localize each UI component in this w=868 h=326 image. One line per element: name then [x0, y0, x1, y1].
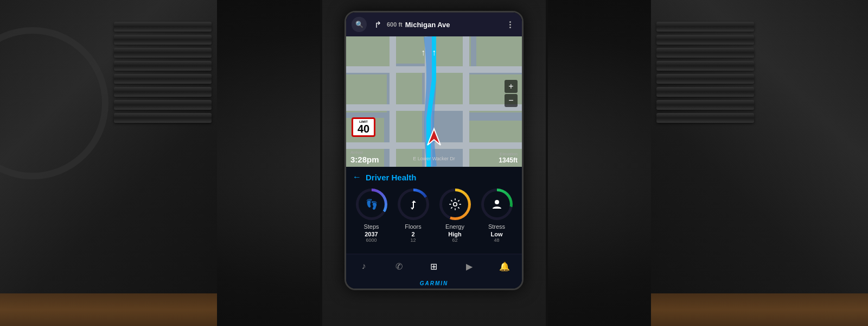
- stress-ring: [481, 189, 513, 220]
- svg-rect-4: [476, 36, 522, 69]
- nav-music-button[interactable]: ♪: [356, 259, 371, 274]
- floors-ring: [398, 189, 429, 220]
- nav-topbar: 🔍 ↱ 600 ft Michigan Ave: [346, 12, 522, 36]
- nav-street-name: Michigan Ave: [405, 21, 450, 29]
- play-icon: ▶: [466, 261, 473, 272]
- elevation-value: 1345ft: [499, 156, 518, 164]
- vent-slat: [114, 74, 212, 84]
- map-area[interactable]: ↑ ↑ LIMIT 40 + − Arrival 3:28pm: [346, 36, 522, 167]
- steering-wheel-hint: [0, 27, 108, 179]
- more-options-button[interactable]: [503, 18, 516, 31]
- wood-trim-left: [0, 293, 217, 326]
- zoom-controls: + −: [505, 80, 518, 107]
- vent-slat: [656, 87, 754, 97]
- arrival-time: 3:28pm: [350, 155, 379, 164]
- speed-limit-sign: LIMIT 40: [352, 117, 375, 137]
- energy-ring: [439, 189, 471, 220]
- dashboard-left: [0, 0, 217, 326]
- zoom-out-button[interactable]: −: [505, 94, 518, 107]
- svg-line-29: [451, 207, 452, 208]
- vent-slat: [656, 113, 754, 123]
- more-dot: [509, 24, 511, 26]
- vent-slat: [656, 48, 754, 58]
- steps-value: 2037: [365, 231, 378, 237]
- vent-slat: [114, 113, 212, 123]
- nav-direction: ↱ 600 ft Michigan Ave: [371, 18, 499, 31]
- wood-trim-right: [651, 293, 868, 326]
- turn-arrow-icon: ↱: [371, 18, 384, 31]
- driver-health-section: ← Driver Health 👣 Steps 2037 6000: [346, 167, 522, 254]
- vent-slat: [656, 61, 754, 71]
- elevation-info: Elevation 1345ft: [499, 152, 518, 164]
- vent-slat: [114, 61, 212, 71]
- brand-name: GARMIN: [420, 280, 449, 286]
- stress-level: Low: [491, 231, 503, 237]
- svg-point-22: [453, 203, 457, 206]
- search-icon: 🔍: [355, 21, 363, 28]
- phone-icon: ✆: [395, 261, 403, 272]
- nav-phone-button[interactable]: ✆: [391, 259, 406, 274]
- svg-rect-1: [346, 36, 390, 69]
- garmin-device: 🔍 ↱ 600 ft Michigan Ave: [344, 11, 524, 290]
- health-metrics: 👣 Steps 2037 6000 Floors: [353, 189, 515, 243]
- map-svg: ↑ ↑: [346, 36, 522, 167]
- svg-line-30: [458, 200, 459, 201]
- vent-slat: [656, 74, 754, 84]
- floors-value: 2: [411, 231, 414, 237]
- zoom-in-button[interactable]: +: [505, 80, 518, 93]
- dashboard-right: [651, 0, 868, 326]
- energy-label: Energy: [445, 223, 464, 230]
- nav-apps-button[interactable]: ⊞: [426, 259, 442, 274]
- steps-icon: 👣: [366, 198, 378, 210]
- steps-label: Steps: [363, 223, 379, 230]
- svg-rect-21: [413, 203, 414, 208]
- navigation-section: 🔍 ↱ 600 ft Michigan Ave: [346, 12, 522, 167]
- bottom-navigation: ♪ ✆ ⊞ ▶ 🔔: [346, 254, 522, 278]
- vent-group-right: [656, 22, 754, 126]
- current-street-name: E Lower Wacker Dr: [413, 156, 455, 161]
- steps-total: 6000: [366, 237, 376, 243]
- svg-point-31: [495, 200, 499, 204]
- metric-energy: Energy High 62: [436, 189, 474, 243]
- floors-total: 12: [410, 237, 416, 243]
- vent-slat: [114, 87, 212, 97]
- steps-ring: 👣: [356, 189, 387, 220]
- apps-icon: ⊞: [430, 261, 437, 272]
- speed-limit-value: 40: [354, 123, 373, 134]
- metric-steps: 👣 Steps 2037 6000: [353, 189, 390, 243]
- energy-level: High: [448, 231, 461, 237]
- svg-line-27: [451, 200, 452, 201]
- metric-floors: Floors 2 12: [394, 189, 432, 243]
- bell-icon: 🔔: [499, 261, 510, 272]
- nav-distance: 600 ft: [387, 21, 403, 28]
- vent-slat: [656, 22, 754, 32]
- svg-line-28: [458, 207, 459, 208]
- energy-score: 62: [452, 237, 457, 243]
- search-button[interactable]: 🔍: [352, 17, 367, 32]
- vent-slat: [114, 100, 212, 110]
- health-header: ← Driver Health: [353, 172, 515, 182]
- vent-slat: [114, 48, 212, 58]
- floors-label: Floors: [405, 223, 422, 230]
- garmin-logo: GARMIN: [346, 278, 522, 289]
- vent-slat: [114, 35, 212, 45]
- svg-text:↑: ↑: [421, 48, 425, 57]
- arrival-label: Arrival: [350, 150, 379, 155]
- nav-play-button[interactable]: ▶: [462, 259, 477, 274]
- vent-slat: [114, 22, 212, 32]
- elevation-label: Elevation: [499, 152, 518, 156]
- music-icon: ♪: [361, 261, 366, 271]
- nav-bell-button[interactable]: 🔔: [497, 259, 512, 274]
- vent-slat: [656, 100, 754, 110]
- more-dot: [509, 27, 511, 28]
- center-console: 🔍 ↱ 600 ft Michigan Ave: [320, 0, 548, 326]
- energy-icon: [448, 197, 462, 211]
- arrival-info: Arrival 3:28pm: [350, 150, 379, 164]
- vent-group-left: [114, 22, 212, 126]
- stress-score: 48: [494, 237, 499, 243]
- stress-icon: [490, 198, 503, 211]
- health-title: Driver Health: [366, 173, 416, 182]
- metric-stress: Stress Low 48: [478, 189, 515, 243]
- more-dot: [509, 21, 511, 23]
- back-button[interactable]: ←: [353, 172, 361, 182]
